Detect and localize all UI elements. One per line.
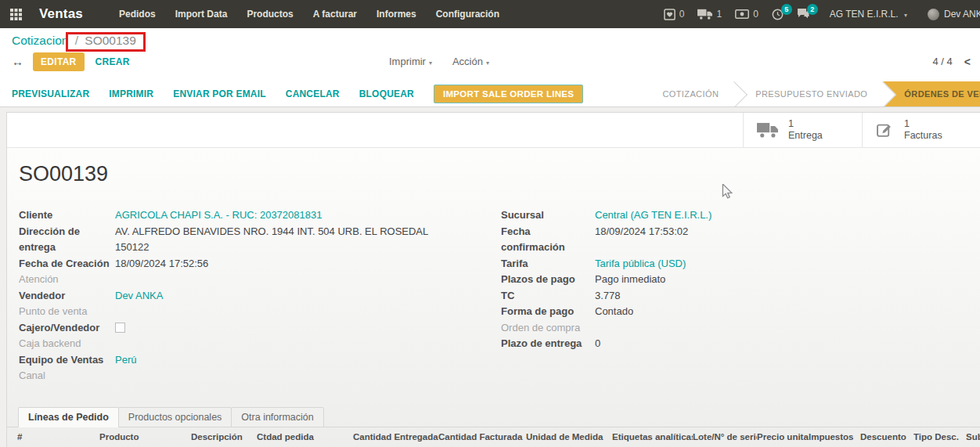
create-button[interactable]: CREAR <box>95 56 130 67</box>
field-value[interactable]: Dev ANKA <box>115 288 163 305</box>
delivery-counter[interactable]: 1 <box>697 9 722 20</box>
messages-button[interactable]: 2 <box>797 9 809 20</box>
field-value[interactable]: Central (AG TEN E.I.R.L.) <box>595 207 712 224</box>
field-row: Canal <box>19 368 501 384</box>
notebook-tabs: Líneas de PedidoProductos opcionalesOtra… <box>7 407 980 427</box>
edit-button[interactable]: EDITAR <box>33 52 85 71</box>
column-header: Cantidad Facturada <box>438 432 526 442</box>
menu-item[interactable]: Informes <box>377 9 416 20</box>
delivery-count: 1 <box>716 9 722 20</box>
record-pager: 4 / 4 < <box>933 56 971 68</box>
field-label: Cliente <box>19 207 115 224</box>
center-dropdowns: Imprimir▾ Acción▾ <box>389 56 510 67</box>
field-checkbox[interactable] <box>115 323 125 333</box>
company-name: AG TEN E.I.R.L. <box>830 9 899 20</box>
statusbar-button[interactable]: ENVIAR POR EMAIL <box>173 88 266 99</box>
field-label: Caja backend <box>19 336 115 352</box>
heart-box-icon <box>664 9 676 20</box>
invoices-smart-button[interactable]: 1 Facturas <box>862 113 980 147</box>
field-value[interactable]: AGRICOLA CHAPI S.A. - RUC: 20372081831 <box>115 207 322 224</box>
field-value[interactable]: Tarifa pública (USD) <box>595 256 686 272</box>
statusbar-button[interactable]: IMPRIMIR <box>109 88 153 99</box>
delivery-smart-button[interactable]: 1 Entrega <box>743 113 862 147</box>
import-sale-order-lines-button[interactable]: IMPORT SALE ORDER LINES <box>434 85 583 103</box>
print-dropdown[interactable]: Imprimir▾ <box>389 56 432 67</box>
company-switcher[interactable]: AG TEN E.I.R.L. ▾ <box>830 9 907 20</box>
field-label: Fecha de Creación <box>19 256 115 272</box>
right-field-column: Sucursal Central (AG TEN E.I.R.L.) Fecha… <box>501 207 980 384</box>
notebook-tab[interactable]: Otra información <box>231 407 323 427</box>
column-header: Subtotal <box>966 432 980 442</box>
breadcrumb: Cotizacion / SO00139 <box>0 28 980 48</box>
menu-item[interactable]: Pedidos <box>119 9 156 20</box>
field-value[interactable]: AV. ALFREDO BENAVIDES NRO. 1944 INT. 504… <box>115 224 428 256</box>
field-value[interactable]: Contado <box>595 304 633 320</box>
invoices-label: Facturas <box>904 130 942 142</box>
statusbar-button[interactable]: BLOQUEAR <box>359 88 414 99</box>
breadcrumb-separator: / <box>75 34 78 47</box>
chevron-down-icon: ▾ <box>904 12 907 19</box>
notebook-tab[interactable]: Líneas de Pedido <box>18 407 119 427</box>
field-row: Plazos de pago Pago inmediato <box>501 272 980 288</box>
satisfaction-count: 0 <box>679 9 685 20</box>
field-row: Vendedor Dev ANKA <box>19 288 501 305</box>
satisfaction-counter[interactable]: 0 <box>664 9 685 20</box>
action-dropdown[interactable]: Acción▾ <box>452 56 489 67</box>
delivery-label: Entrega <box>788 130 823 142</box>
field-value[interactable]: 0 <box>595 336 600 352</box>
user-menu[interactable]: Dev ANKA <box>928 9 980 20</box>
field-label: Orden de compra <box>501 320 595 337</box>
field-label: Vendedor <box>19 288 115 305</box>
action-button-row: ↔ EDITAR CREAR Imprimir▾ Acción▾ 4 / 4 < <box>0 48 980 75</box>
user-avatar <box>928 9 939 20</box>
cash-counter[interactable]: 0 <box>735 9 758 20</box>
menu-item[interactable]: Productos <box>247 9 293 20</box>
column-header: Lote/N° de serie <box>693 432 757 442</box>
field-row: Cliente AGRICOLA CHAPI S.A. - RUC: 20372… <box>19 207 501 224</box>
field-row: Plazo de entrega 0 <box>501 336 980 352</box>
apps-menu-icon[interactable] <box>10 9 22 20</box>
field-value[interactable]: 18/09/2024 17:53:02 <box>595 224 688 256</box>
pager-value: 4 / 4 <box>933 56 953 67</box>
menu-item[interactable]: A facturar <box>313 9 357 20</box>
field-label: Equipo de Ventas <box>19 352 115 369</box>
field-label: Plazo de entrega <box>501 336 595 352</box>
breadcrumb-parent[interactable]: Cotizacion <box>12 34 68 47</box>
delivery-count: 1 <box>788 118 823 130</box>
swap-arrows-icon[interactable]: ↔ <box>12 55 23 68</box>
statusbar-button[interactable]: PREVISUALIZAR <box>12 88 89 99</box>
field-value[interactable]: 18/09/2024 17:52:56 <box>115 256 208 272</box>
statusbar-button[interactable]: CANCELAR <box>286 88 340 99</box>
user-name: Dev ANKA <box>944 9 980 20</box>
field-label: Cajero/Vendedor <box>19 320 115 337</box>
messages-badge: 2 <box>807 4 818 15</box>
field-value[interactable]: Perú <box>115 352 136 369</box>
pipeline-step[interactable]: COTIZACIÓN <box>641 81 734 106</box>
field-value[interactable]: Pago inmediato <box>595 272 665 288</box>
pipeline-step[interactable]: ÓRDENES DE VENTA <box>883 81 980 106</box>
notebook-tab[interactable]: Productos opcionales <box>118 407 232 427</box>
control-panel: Cotizacion / SO00139 ↔ EDITAR CREAR Impr… <box>0 28 980 107</box>
field-row: Caja backend <box>19 336 501 352</box>
form-sheet: 1 Entrega 1 Facturas SO00139 Cliente <box>6 112 980 447</box>
pipeline-step[interactable]: PRESUPUESTO ENVIADO <box>734 81 883 106</box>
form-content: SO00139 Cliente AGRICOLA CHAPI S.A. - RU… <box>7 148 980 447</box>
field-grid: Cliente AGRICOLA CHAPI S.A. - RUC: 20372… <box>19 207 980 384</box>
app-title[interactable]: Ventas <box>39 6 83 22</box>
pager-previous-icon[interactable]: < <box>964 56 971 68</box>
field-label: Fecha confirmación <box>501 224 595 256</box>
column-header: Tipo Desc. <box>913 432 966 442</box>
activities-badge: 5 <box>781 4 792 15</box>
field-value[interactable]: 3.778 <box>595 288 621 305</box>
notebook: Líneas de PedidoProductos opcionalesOtra… <box>7 407 980 446</box>
activities-button[interactable]: 5 <box>772 9 784 20</box>
menu-item[interactable]: Import Data <box>175 9 228 20</box>
field-label: Plazos de pago <box>501 272 595 288</box>
truck-icon <box>697 9 712 20</box>
field-label: TC <box>501 288 595 305</box>
menu-item[interactable]: Configuración <box>436 9 499 20</box>
edit-note-icon <box>876 122 894 139</box>
cash-count: 0 <box>753 9 758 20</box>
field-row: Punto de venta <box>19 304 501 320</box>
field-row: Dirección de entrega AV. ALFREDO BENAVID… <box>19 224 501 256</box>
